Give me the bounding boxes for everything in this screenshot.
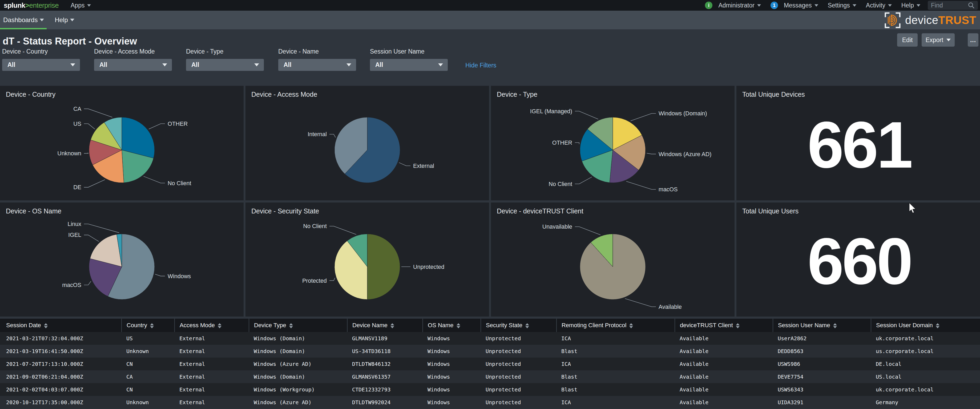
table-cell: Unprotected <box>481 383 557 396</box>
table-cell: uk.corporate.local <box>871 383 980 396</box>
table-cell: Windows (Azure AD) <box>249 396 347 409</box>
table-cell: External <box>175 345 249 358</box>
column-header-label: Session User Domain <box>876 322 933 329</box>
column-header-security-state[interactable]: Security State <box>481 319 557 332</box>
pie-slice-label: DE <box>73 184 81 191</box>
table-cell: GLMANSV61357 <box>347 370 423 383</box>
filter-selected-value: All <box>99 61 107 68</box>
splunk-logo[interactable]: splunk>enterprise <box>4 2 59 10</box>
pie-slice-label: Protected <box>302 278 327 284</box>
find-search-box[interactable] <box>928 1 978 10</box>
messages-menu[interactable]: Messages <box>784 2 818 9</box>
help-menu-label: Help <box>901 2 914 9</box>
filter-device-access-mode-select[interactable]: All <box>94 59 172 71</box>
activity-menu[interactable]: Activity <box>866 2 892 9</box>
pie-label-connector <box>575 177 592 184</box>
table-row: 2021-07-20T17:13:10.000ZCNExternalWindow… <box>0 358 980 370</box>
export-button[interactable]: Export <box>922 33 955 47</box>
column-header-device-name[interactable]: Device Name <box>347 319 423 332</box>
panel-total-unique-devices: Total Unique Devices 661 <box>737 86 980 201</box>
column-header-device-type[interactable]: Device Type <box>249 319 347 332</box>
filter-session-user-name-select[interactable]: All <box>370 59 448 71</box>
filter-device-country-select[interactable]: All <box>2 59 80 71</box>
column-header-access-mode[interactable]: Access Mode <box>175 319 249 332</box>
table-cell: Windows <box>423 370 481 383</box>
help-menu[interactable]: Help <box>901 2 920 9</box>
table-cell: US <box>121 332 175 345</box>
sort-icon <box>936 323 940 328</box>
table-cell: DEDD8563 <box>773 345 871 358</box>
edit-button[interactable]: Edit <box>897 33 918 47</box>
sort-icon <box>457 323 460 328</box>
table-cell: DEVE7754 <box>773 370 871 383</box>
column-header-label: Session User Name <box>778 322 830 329</box>
chevron-down-icon <box>853 4 856 7</box>
table-cell: Unprotected <box>481 358 557 370</box>
column-header-os-name[interactable]: OS Name <box>423 319 481 332</box>
administrator-menu[interactable]: Administrator <box>718 2 760 9</box>
pie-label-connector <box>84 153 88 153</box>
column-header-country[interactable]: Country <box>121 319 175 332</box>
table-cell: UIDA3291 <box>773 396 871 409</box>
table-cell: Available <box>675 370 773 383</box>
pie-slice-unprotected[interactable] <box>367 234 400 299</box>
apps-menu[interactable]: Apps <box>71 2 91 9</box>
table-cell: CTDE12332793 <box>347 383 423 396</box>
top-navigation-bar: splunk>enterprise Apps i Administrator 1… <box>0 0 980 11</box>
table-cell: Windows <box>423 396 481 409</box>
column-header-label: Session Date <box>6 322 41 329</box>
filter-device-name-select[interactable]: All <box>278 59 356 71</box>
tab-help[interactable]: Help <box>51 11 77 29</box>
filter-session-user-name: Session User Name All <box>370 48 448 71</box>
column-header-devicetrust-client[interactable]: deviceTRUST Client <box>675 319 773 332</box>
column-header-label: Remoting Client Protocol <box>562 322 626 329</box>
table-cell: Windows (Domain) <box>249 370 347 383</box>
pie-slice-label: OTHER <box>552 140 572 146</box>
table-row: 2021-03-21T07:32:04.000ZUSExternalWindow… <box>0 332 980 345</box>
table-cell: Unprotected <box>481 370 557 383</box>
sort-icon <box>218 323 221 328</box>
messages-count-badge: 1 <box>770 2 778 9</box>
filter-selected-value: All <box>375 61 383 68</box>
info-icon[interactable]: i <box>705 2 713 9</box>
panel-device-security-state: Device - Security State UnprotectedProte… <box>245 202 489 317</box>
page-title: dT - Status Report - Overview <box>3 36 137 47</box>
table-cell: Blast <box>557 345 675 358</box>
column-header-session-date[interactable]: Session Date <box>0 319 121 332</box>
pie-label-connector <box>626 181 656 189</box>
pie-slice-label: Internal <box>307 131 327 137</box>
table-cell: 2021-02-02T04:03:07.000Z <box>0 383 121 396</box>
find-search-input[interactable] <box>931 2 968 9</box>
table-cell: US-34TD36118 <box>347 345 423 358</box>
filter-device-type-select[interactable]: All <box>186 59 264 71</box>
filter-device-country: Device - Country All <box>2 48 80 71</box>
more-actions-button[interactable]: ... <box>968 33 978 47</box>
column-header-session-user-name[interactable]: Session User Name <box>773 319 871 332</box>
hide-filters-link[interactable]: Hide Filters <box>465 62 496 69</box>
single-value-total-unique-devices: 661 <box>737 86 980 201</box>
settings-menu[interactable]: Settings <box>828 2 856 9</box>
pie-slice-label: macOS <box>659 186 678 193</box>
filter-device-type: Device - Type All <box>186 48 264 71</box>
table-cell: External <box>175 332 249 345</box>
pie-label-connector <box>155 274 165 276</box>
table-cell: Available <box>675 358 773 370</box>
column-header-label: OS Name <box>428 322 453 329</box>
table-cell: Available <box>675 396 773 409</box>
tab-help-label: Help <box>55 16 68 24</box>
pie-label-connector <box>329 134 336 137</box>
column-header-session-user-domain[interactable]: Session User Domain <box>871 319 980 332</box>
table-cell: 2021-03-21T07:32:04.000Z <box>0 332 121 345</box>
column-header-remoting-client-protocol[interactable]: Remoting Client Protocol <box>557 319 675 332</box>
panel-device-country: Device - Country OTHERNo ClientDEUnknown… <box>0 86 243 201</box>
sort-icon <box>736 323 740 328</box>
search-icon <box>968 2 975 9</box>
table-cell: Windows (Workgroup) <box>249 383 347 396</box>
filter-label: Session User Name <box>370 48 448 55</box>
filters-bar: Device - Country All Device - Access Mod… <box>0 48 980 73</box>
pie-label-connector <box>329 226 356 234</box>
tab-dashboards[interactable]: Dashboards <box>0 11 47 29</box>
pie-label-connector <box>575 227 600 235</box>
pie-slice-label: No Client <box>168 180 191 186</box>
pie-slice-label: US <box>73 121 81 127</box>
